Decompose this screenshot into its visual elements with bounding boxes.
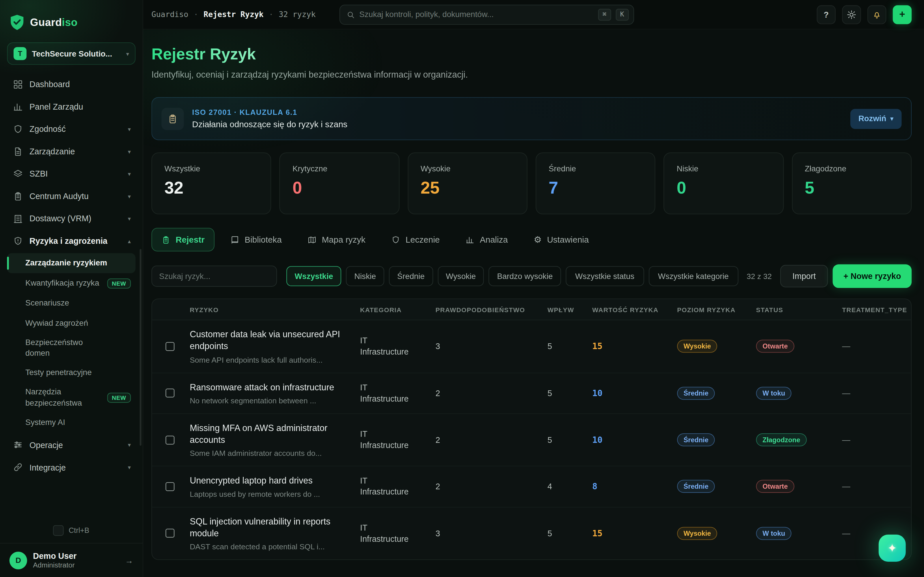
tab-rejestr[interactable]: Rejestr (151, 228, 215, 251)
stat-card-srednie[interactable]: Średnie 7 (536, 153, 656, 214)
ai-assistant-button[interactable]: ✦ (879, 535, 906, 562)
risk-impact: 5 (540, 388, 585, 398)
sidebar-subitem-testy-penetracyjne[interactable]: Testy penetracyjne (7, 363, 136, 383)
user-menu[interactable]: D Demo User Administrator → (0, 543, 143, 577)
risk-value: 15 (585, 342, 669, 351)
risk-description: No network segmentation between ... (190, 396, 344, 405)
sidebar-item-panel-zarzadu[interactable]: Panel Zarządu (7, 95, 136, 118)
sidebar-item-dostawcy-vrm[interactable]: Dostawcy (VRM) ▾ (7, 207, 136, 230)
sidebar-item-szbi[interactable]: SZBI ▾ (7, 163, 136, 185)
sidebar-item-label: Ryzyka i zagrożenia (29, 236, 121, 245)
row-checkbox[interactable] (165, 435, 174, 444)
new-risk-button[interactable]: + Nowe ryzyko (833, 264, 911, 288)
sidebar-scrollbar[interactable] (140, 249, 142, 446)
column-header[interactable]: WARTOŚĆ RYZYKA (585, 306, 669, 313)
chevron-down-icon: ▾ (128, 148, 131, 154)
theme-toggle-button[interactable] (842, 5, 861, 24)
global-search[interactable]: ⌘ K (339, 4, 634, 24)
sidebar-item-ryzyka-i-zagrozenia[interactable]: Ryzyka i zagrożenia ▴ (7, 230, 136, 252)
risk-description: Some API endpoints lack full authoris... (190, 355, 344, 364)
column-header[interactable]: POZIOM RYZYKA (669, 306, 748, 313)
table-row[interactable]: SQL injection vulnerability in reports m… (152, 507, 911, 559)
sidebar-item-zgodnosc[interactable]: Zgodność ▾ (7, 118, 136, 140)
sidebar-item-zarzadzanie[interactable]: Zarządzanie ▾ (7, 140, 136, 163)
column-header[interactable]: RYZYKO (180, 306, 352, 313)
risk-probability: 2 (428, 482, 540, 491)
risk-value: 10 (585, 435, 669, 445)
stat-value: 7 (549, 178, 643, 198)
column-header[interactable]: STATUS (748, 306, 835, 313)
sidebar-item-operacje[interactable]: Operacje ▾ (7, 434, 136, 456)
row-checkbox[interactable] (165, 388, 174, 398)
column-header[interactable]: KATEGORIA (352, 306, 428, 313)
user-role: Administrator (33, 561, 119, 569)
sidebar-subitem-systemy-ai[interactable]: Systemy AI (7, 413, 136, 432)
risk-search[interactable] (151, 266, 277, 287)
breadcrumb-page: Rejestr Ryzyk (204, 10, 263, 19)
tab-mapa-ryzyk[interactable]: Mapa ryzyk (298, 228, 376, 251)
table-row[interactable]: Ransomware attack on infrastructure No n… (152, 373, 911, 414)
row-checkbox[interactable] (165, 529, 174, 538)
sidebar-subitem-scenariusze[interactable]: Scenariusze (7, 293, 136, 313)
stat-card-zlagodzone[interactable]: Złagodzone 5 (792, 153, 911, 214)
cmd-key: ⌘ (598, 9, 611, 21)
tab-ustawienia[interactable]: ⚙ Ustawienia (524, 228, 599, 251)
global-search-input[interactable] (359, 10, 593, 19)
stat-card-niskie[interactable]: Niskie 0 (664, 153, 783, 214)
stat-card-wysokie[interactable]: Wysokie 25 (408, 153, 528, 214)
risk-description: DAST scan detected a potential SQL i... (190, 542, 344, 551)
breadcrumb-app[interactable]: Guardiso (151, 10, 188, 19)
expand-button[interactable]: Rozwiń ▾ (850, 109, 901, 129)
risk-impact: 4 (540, 482, 585, 491)
stat-label: Wysokie (420, 164, 514, 173)
filter-pill-srednie[interactable]: Średnie (389, 266, 433, 286)
treatment-type: — (835, 388, 911, 398)
filter-pill-niskie[interactable]: Niskie (346, 266, 384, 286)
topbar: Guardiso · Rejestr Ryzyk · 32 ryzyk ⌘ K … (143, 0, 924, 29)
sidebar-subitem-narzedzia-bezpieczenstwa[interactable]: Narzędzia bezpieczeństwa NEW (7, 383, 136, 413)
sidebar-item-integracje[interactable]: Integracje ▾ (7, 456, 136, 479)
table-row[interactable]: Unencrypted laptop hard drives Laptops u… (152, 466, 911, 507)
risk-value: 8 (585, 482, 669, 491)
status-badge: Otwarte (756, 480, 794, 493)
column-header[interactable]: PRAWDOPODOBIEŃSTWO (428, 306, 540, 313)
tab-leczenie[interactable]: Leczenie (381, 228, 450, 251)
table-row[interactable]: Missing MFA on AWS administrator account… (152, 414, 911, 466)
sidebar-subitem-bezpieczenstwo-domen[interactable]: Bezpieczeństwo domen (7, 333, 136, 363)
row-checkbox[interactable] (165, 482, 174, 491)
sidebar-nav: Dashboard Panel Zarządu Zgodność ▾ Zarzą… (0, 71, 143, 519)
import-button[interactable]: Import (780, 265, 828, 287)
category-filter-dropdown[interactable]: Wszystkie kategorie (649, 266, 738, 286)
quick-add-button[interactable]: + (893, 5, 911, 24)
risk-level-badge: Średnie (677, 480, 715, 493)
filter-pill-wysokie[interactable]: Wysokie (438, 266, 484, 286)
sidebar-item-label: Zgodność (29, 124, 121, 134)
risk-search-input[interactable] (159, 272, 270, 281)
status-badge: W toku (756, 387, 792, 400)
link-icon (13, 463, 23, 472)
filter-pill-wszystkie[interactable]: Wszystkie (286, 266, 341, 286)
tab-analiza[interactable]: Analiza (456, 228, 518, 251)
stat-card-wszystkie[interactable]: Wszystkie 32 (151, 153, 271, 214)
sidebar-subitem-wywiad-zagrozen[interactable]: Wywiad zagrożeń (7, 313, 136, 333)
row-checkbox[interactable] (165, 342, 174, 351)
chevron-up-icon: ▴ (128, 237, 131, 244)
tab-biblioteka[interactable]: Biblioteka (221, 228, 292, 251)
sidebar-item-dashboard[interactable]: Dashboard (7, 73, 136, 95)
stat-label: Wszystkie (164, 164, 258, 173)
org-selector[interactable]: T TechSecure Solutio... ▾ (7, 42, 136, 65)
sidebar-item-centrum-audytu[interactable]: Centrum Audytu ▾ (7, 185, 136, 208)
status-filter-dropdown[interactable]: Wszystkie status (565, 266, 644, 286)
sidebar-subitem-kwantyfikacja-ryzyka[interactable]: Kwantyfikacja ryzyka NEW (7, 273, 136, 293)
column-header[interactable]: WPŁYW (540, 306, 585, 313)
help-button[interactable]: ? (817, 5, 836, 24)
topbar-actions: ? + (817, 5, 912, 24)
notifications-button[interactable] (867, 5, 886, 24)
help-icon: ? (824, 10, 829, 19)
sidebar-subitem-zarzadzanie-ryzykiem[interactable]: Zarządzanie ryzykiem (7, 253, 136, 273)
sidebar-item-label: Panel Zarządu (29, 102, 131, 111)
filter-pill-bardzo-wysokie[interactable]: Bardzo wysokie (489, 266, 561, 286)
column-header[interactable]: TREATMENT_TYPE (835, 306, 911, 313)
stat-card-krytyczne[interactable]: Krytyczne 0 (279, 153, 399, 214)
table-row[interactable]: Customer data leak via unsecured API end… (152, 320, 911, 373)
